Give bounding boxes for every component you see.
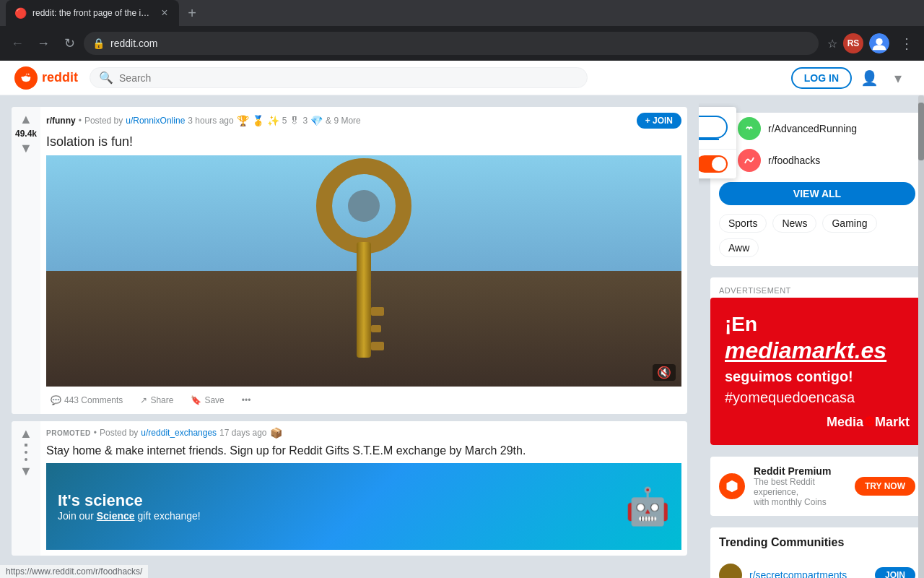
search-box[interactable]: 🔍	[90, 67, 588, 88]
browser-menu-button[interactable]: ⋮	[895, 32, 918, 55]
search-icon: 🔍	[99, 71, 113, 85]
posted-by-label: Posted by	[84, 116, 123, 126]
browser-window: 🔴 reddit: the front page of the inte... …	[0, 0, 924, 61]
emoji4: 5	[282, 116, 287, 126]
pill-aww[interactable]: Aww	[719, 238, 759, 257]
promoted-image: It's science Join our Science gift excha…	[46, 463, 681, 550]
profile-button[interactable]: RS	[843, 33, 863, 53]
pill-news[interactable]: News	[772, 214, 816, 233]
reddit-logo[interactable]: reddit	[14, 66, 78, 90]
toggle-knob	[712, 157, 726, 171]
comment-count: 443 Comments	[64, 395, 123, 405]
status-url: https://www.reddit.com/r/foodhacks/	[6, 566, 142, 577]
trending-icon-1	[719, 564, 742, 578]
refresh-button[interactable]: ↻	[58, 32, 81, 55]
login-dropdown-button[interactable]: LOG IN	[699, 116, 728, 139]
emoji2: 🥇	[252, 115, 264, 126]
pill-sports[interactable]: Sports	[719, 214, 767, 233]
tab-bar: 🔴 reddit: the front page of the inte... …	[0, 0, 924, 26]
community-name-5[interactable]: r/foodhacks	[768, 155, 915, 166]
forward-button[interactable]: →	[32, 32, 55, 55]
advertisement-card: ADVERTISEMENT ¡En mediamarkt.es seguimos…	[710, 277, 924, 445]
post-media: 🔇	[46, 155, 681, 387]
trending-card: Trending Communities r/secretcompartment…	[710, 527, 924, 578]
join-button[interactable]: + JOIN	[637, 113, 681, 129]
login-button[interactable]: LOG IN	[791, 67, 852, 89]
dropdown-arrow[interactable]: ▾	[886, 66, 910, 90]
pill-gaming[interactable]: Gaming	[822, 214, 876, 233]
post-title: Isolation is fun!	[46, 134, 681, 150]
toggle-switch[interactable]	[699, 155, 728, 173]
post-subreddit-link[interactable]: r/funny	[46, 116, 76, 126]
ad-banner[interactable]: ¡En mediamarkt.es seguimos contigo! #yom…	[710, 298, 924, 445]
emoji5: 🎖	[289, 115, 300, 126]
science-title: It's science	[58, 491, 201, 510]
community-icon-4	[738, 117, 761, 140]
premium-subtitle: The best Reddit experience, with monthly…	[754, 477, 846, 507]
upvote-button[interactable]: ▲	[19, 113, 32, 126]
user-icon[interactable]: 👤	[858, 66, 881, 90]
save-label: Save	[204, 395, 224, 405]
post-card-promoted: ▲ ▼ PROMOTED • Posted by u/reddit_exchan…	[12, 421, 687, 556]
post-author-link[interactable]: u/RonnixOnline	[126, 116, 185, 126]
community-name-4[interactable]: r/AdvancedRunning	[768, 123, 915, 134]
address-bar[interactable]: 🔒 reddit.com	[84, 32, 819, 55]
ad-hashtag: #yomequedoencasa	[725, 389, 910, 406]
top-communities-card: 4 r/AdvancedRunning 5 r/foodhacks VIEW A…	[710, 113, 924, 266]
active-tab[interactable]: 🔴 reddit: the front page of the inte... …	[6, 0, 179, 26]
ad-brand: mediamarkt.es	[725, 337, 886, 363]
separator2: •	[94, 428, 97, 438]
community-row-5: 5 r/foodhacks	[710, 144, 924, 176]
status-bar: https://www.reddit.com/r/foodhacks/	[0, 565, 148, 578]
comments-button[interactable]: 💬 443 Comments	[46, 392, 127, 408]
svg-rect-4	[357, 242, 371, 358]
more-options-button[interactable]: •••	[237, 392, 256, 408]
address-text: reddit.com	[110, 38, 810, 49]
tab-favicon: 🔴	[14, 7, 27, 19]
toolbar-right: ☆ RS ⋮	[827, 32, 918, 55]
category-pills: Sports News Gaming Aww	[710, 214, 924, 266]
trending-join-button-1[interactable]: JOIN	[875, 567, 915, 578]
downvote-button[interactable]: ▼	[19, 142, 32, 155]
promoted-author[interactable]: u/reddit_exchanges	[141, 428, 217, 438]
back-button[interactable]: ←	[6, 32, 29, 55]
login-dropdown: LOG IN 2 S	[699, 107, 736, 178]
post-actions: 💬 443 Comments ↗ Share 🔖 Save •••	[46, 392, 681, 408]
ad-label: ADVERTISEMENT	[710, 277, 924, 298]
promoted-title: Stay home & make internet friends. Sign …	[46, 444, 681, 457]
vote-column-promoted: ▲ ▼	[12, 421, 40, 556]
downvote-button-promoted[interactable]: ▼	[19, 465, 32, 478]
bookmark-icon[interactable]: ☆	[827, 37, 837, 51]
more-awards: & 9 More	[326, 116, 361, 126]
svg-point-3	[348, 190, 380, 222]
scrollbar-thumb	[918, 103, 924, 160]
mute-icon[interactable]: 🔇	[653, 364, 676, 381]
share-icon: ↗	[140, 395, 147, 405]
save-button[interactable]: 🔖 Save	[186, 392, 228, 408]
share-button[interactable]: ↗ Share	[136, 392, 178, 408]
sidebar: LOG IN 2 S 4 r/Advanced	[699, 95, 924, 578]
comment-icon: 💬	[51, 395, 61, 405]
search-input[interactable]	[119, 72, 578, 84]
login-btn-area: LOG IN	[699, 107, 736, 149]
underline-indicator	[699, 139, 719, 140]
view-all-button[interactable]: VIEW ALL	[719, 182, 915, 205]
account-button[interactable]	[869, 33, 889, 53]
tab-title: reddit: the front page of the inte...	[32, 8, 153, 18]
ellipsis-icon: •••	[242, 395, 251, 405]
promoted-posted-by: Posted by	[100, 428, 138, 438]
reddit-icon	[14, 66, 38, 90]
tab-close-btn[interactable]: ×	[159, 7, 170, 19]
post-meta: r/funny • Posted by u/RonnixOnline 3 hou…	[46, 113, 681, 129]
save-icon: 🔖	[191, 395, 201, 405]
try-now-button[interactable]: TRY NOW	[855, 477, 915, 496]
ad-main-text: ¡En mediamarkt.es	[725, 312, 910, 364]
vote-count: 49.4k	[15, 129, 37, 139]
trending-name-1[interactable]: r/secretcompartments	[749, 569, 868, 578]
scrollbar-track[interactable]	[918, 95, 924, 578]
vote-column: ▲ 49.4k ▼	[12, 107, 40, 414]
promoted-meta: PROMOTED • Posted by u/reddit_exchanges …	[46, 427, 681, 439]
new-tab-button[interactable]: +	[182, 3, 202, 23]
upvote-button-promoted[interactable]: ▲	[19, 427, 32, 440]
reddit-wordmark: reddit	[42, 70, 78, 85]
